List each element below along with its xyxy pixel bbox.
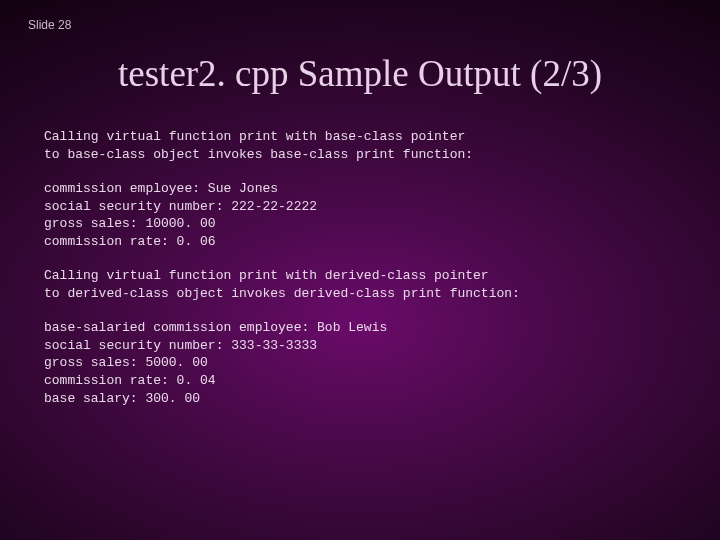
slide-number-label: Slide 28 xyxy=(28,18,71,32)
output-block-4: base-salaried commission employee: Bob L… xyxy=(44,319,676,407)
slide-content: Calling virtual function print with base… xyxy=(44,128,676,424)
output-block-2: commission employee: Sue Jones social se… xyxy=(44,180,676,250)
output-block-3: Calling virtual function print with deri… xyxy=(44,267,676,302)
output-block-1: Calling virtual function print with base… xyxy=(44,128,676,163)
slide-title: tester2. cpp Sample Output (2/3) xyxy=(0,52,720,95)
